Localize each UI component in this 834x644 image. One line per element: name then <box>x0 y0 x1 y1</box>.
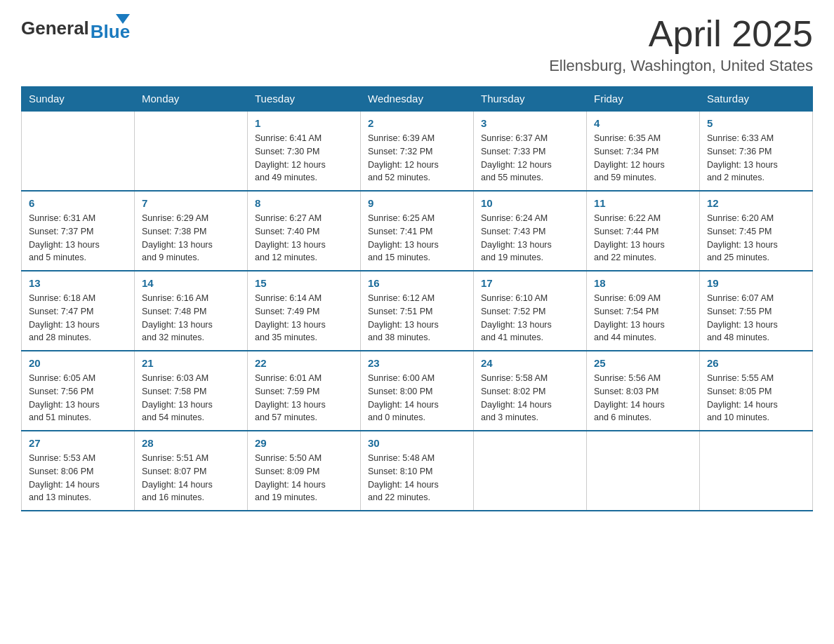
day-info: Sunrise: 6:37 AM Sunset: 7:33 PM Dayligh… <box>481 132 579 185</box>
weekday-header-monday: Monday <box>135 87 248 112</box>
day-info: Sunrise: 6:05 AM Sunset: 7:56 PM Dayligh… <box>29 372 127 424</box>
calendar-cell: 2Sunrise: 6:39 AM Sunset: 7:32 PM Daylig… <box>361 111 474 191</box>
day-info: Sunrise: 6:25 AM Sunset: 7:41 PM Dayligh… <box>368 212 466 264</box>
day-info: Sunrise: 6:33 AM Sunset: 7:36 PM Dayligh… <box>707 132 805 185</box>
day-number: 25 <box>594 357 692 369</box>
day-info: Sunrise: 6:22 AM Sunset: 7:44 PM Dayligh… <box>594 212 692 264</box>
calendar-cell: 13Sunrise: 6:18 AM Sunset: 7:47 PM Dayli… <box>22 271 135 351</box>
day-number: 24 <box>481 357 579 369</box>
day-number: 3 <box>481 117 579 129</box>
day-number: 27 <box>29 437 127 449</box>
day-number: 12 <box>707 197 805 209</box>
calendar-cell <box>22 111 135 191</box>
calendar-cell: 27Sunrise: 5:53 AM Sunset: 8:06 PM Dayli… <box>22 431 135 511</box>
calendar-cell: 23Sunrise: 6:00 AM Sunset: 8:00 PM Dayli… <box>361 351 474 431</box>
day-number: 5 <box>707 117 805 129</box>
day-number: 16 <box>368 277 466 289</box>
calendar-cell: 19Sunrise: 6:07 AM Sunset: 7:55 PM Dayli… <box>700 271 813 351</box>
day-number: 7 <box>142 197 240 209</box>
logo: General Blue <box>21 14 130 43</box>
title-section: April 2025 Ellensburg, Washington, Unite… <box>549 14 813 75</box>
day-info: Sunrise: 5:50 AM Sunset: 8:09 PM Dayligh… <box>255 452 353 504</box>
day-number: 18 <box>594 277 692 289</box>
calendar-cell: 29Sunrise: 5:50 AM Sunset: 8:09 PM Dayli… <box>248 431 361 511</box>
weekday-header-saturday: Saturday <box>700 87 813 112</box>
day-number: 29 <box>255 437 353 449</box>
weekday-header-tuesday: Tuesday <box>248 87 361 112</box>
day-number: 26 <box>707 357 805 369</box>
calendar-week-row: 13Sunrise: 6:18 AM Sunset: 7:47 PM Dayli… <box>22 271 813 351</box>
day-number: 1 <box>255 117 353 129</box>
calendar-cell: 9Sunrise: 6:25 AM Sunset: 7:41 PM Daylig… <box>361 191 474 271</box>
day-info: Sunrise: 6:03 AM Sunset: 7:58 PM Dayligh… <box>142 372 240 424</box>
day-number: 4 <box>594 117 692 129</box>
day-info: Sunrise: 5:48 AM Sunset: 8:10 PM Dayligh… <box>368 452 466 504</box>
calendar-header-row: SundayMondayTuesdayWednesdayThursdayFrid… <box>22 87 813 112</box>
logo-blue-part: Blue <box>91 14 130 43</box>
day-info: Sunrise: 6:18 AM Sunset: 7:47 PM Dayligh… <box>29 292 127 344</box>
day-info: Sunrise: 6:01 AM Sunset: 7:59 PM Dayligh… <box>255 372 353 424</box>
calendar-cell <box>135 111 248 191</box>
calendar-cell: 4Sunrise: 6:35 AM Sunset: 7:34 PM Daylig… <box>587 111 700 191</box>
day-info: Sunrise: 6:24 AM Sunset: 7:43 PM Dayligh… <box>481 212 579 264</box>
day-info: Sunrise: 6:39 AM Sunset: 7:32 PM Dayligh… <box>368 132 466 185</box>
calendar-cell: 22Sunrise: 6:01 AM Sunset: 7:59 PM Dayli… <box>248 351 361 431</box>
day-number: 23 <box>368 357 466 369</box>
calendar-table: SundayMondayTuesdayWednesdayThursdayFrid… <box>21 86 813 511</box>
calendar-cell: 17Sunrise: 6:10 AM Sunset: 7:52 PM Dayli… <box>474 271 587 351</box>
day-info: Sunrise: 5:55 AM Sunset: 8:05 PM Dayligh… <box>707 372 805 424</box>
calendar-cell: 20Sunrise: 6:05 AM Sunset: 7:56 PM Dayli… <box>22 351 135 431</box>
calendar-cell: 30Sunrise: 5:48 AM Sunset: 8:10 PM Dayli… <box>361 431 474 511</box>
calendar-cell: 1Sunrise: 6:41 AM Sunset: 7:30 PM Daylig… <box>248 111 361 191</box>
calendar-cell: 5Sunrise: 6:33 AM Sunset: 7:36 PM Daylig… <box>700 111 813 191</box>
day-info: Sunrise: 6:29 AM Sunset: 7:38 PM Dayligh… <box>142 212 240 264</box>
day-info: Sunrise: 6:09 AM Sunset: 7:54 PM Dayligh… <box>594 292 692 344</box>
day-number: 10 <box>481 197 579 209</box>
weekday-header-friday: Friday <box>587 87 700 112</box>
day-info: Sunrise: 6:07 AM Sunset: 7:55 PM Dayligh… <box>707 292 805 344</box>
day-number: 11 <box>594 197 692 209</box>
calendar-cell: 12Sunrise: 6:20 AM Sunset: 7:45 PM Dayli… <box>700 191 813 271</box>
day-number: 19 <box>707 277 805 289</box>
calendar-cell: 16Sunrise: 6:12 AM Sunset: 7:51 PM Dayli… <box>361 271 474 351</box>
day-number: 2 <box>368 117 466 129</box>
page-header: General Blue April 2025 Ellensburg, Wash… <box>21 14 813 75</box>
weekday-header-thursday: Thursday <box>474 87 587 112</box>
day-number: 13 <box>29 277 127 289</box>
calendar-week-row: 1Sunrise: 6:41 AM Sunset: 7:30 PM Daylig… <box>22 111 813 191</box>
day-number: 15 <box>255 277 353 289</box>
day-number: 9 <box>368 197 466 209</box>
day-info: Sunrise: 6:27 AM Sunset: 7:40 PM Dayligh… <box>255 212 353 264</box>
calendar-cell: 10Sunrise: 6:24 AM Sunset: 7:43 PM Dayli… <box>474 191 587 271</box>
day-info: Sunrise: 6:00 AM Sunset: 8:00 PM Dayligh… <box>368 372 466 424</box>
calendar-cell: 21Sunrise: 6:03 AM Sunset: 7:58 PM Dayli… <box>135 351 248 431</box>
logo-blue-text: Blue <box>91 21 130 43</box>
day-info: Sunrise: 6:20 AM Sunset: 7:45 PM Dayligh… <box>707 212 805 264</box>
calendar-cell: 7Sunrise: 6:29 AM Sunset: 7:38 PM Daylig… <box>135 191 248 271</box>
calendar-week-row: 6Sunrise: 6:31 AM Sunset: 7:37 PM Daylig… <box>22 191 813 271</box>
day-number: 8 <box>255 197 353 209</box>
day-number: 28 <box>142 437 240 449</box>
day-number: 30 <box>368 437 466 449</box>
day-info: Sunrise: 6:14 AM Sunset: 7:49 PM Dayligh… <box>255 292 353 344</box>
calendar-cell: 15Sunrise: 6:14 AM Sunset: 7:49 PM Dayli… <box>248 271 361 351</box>
day-number: 6 <box>29 197 127 209</box>
day-info: Sunrise: 5:58 AM Sunset: 8:02 PM Dayligh… <box>481 372 579 424</box>
day-info: Sunrise: 6:31 AM Sunset: 7:37 PM Dayligh… <box>29 212 127 264</box>
weekday-header-sunday: Sunday <box>22 87 135 112</box>
day-info: Sunrise: 5:53 AM Sunset: 8:06 PM Dayligh… <box>29 452 127 504</box>
calendar-cell: 8Sunrise: 6:27 AM Sunset: 7:40 PM Daylig… <box>248 191 361 271</box>
day-info: Sunrise: 6:16 AM Sunset: 7:48 PM Dayligh… <box>142 292 240 344</box>
day-info: Sunrise: 6:41 AM Sunset: 7:30 PM Dayligh… <box>255 132 353 185</box>
day-info: Sunrise: 6:35 AM Sunset: 7:34 PM Dayligh… <box>594 132 692 185</box>
calendar-cell <box>587 431 700 511</box>
calendar-cell <box>700 431 813 511</box>
day-info: Sunrise: 5:51 AM Sunset: 8:07 PM Dayligh… <box>142 452 240 504</box>
logo-general-text: General <box>21 18 89 39</box>
calendar-cell: 18Sunrise: 6:09 AM Sunset: 7:54 PM Dayli… <box>587 271 700 351</box>
day-number: 20 <box>29 357 127 369</box>
day-number: 14 <box>142 277 240 289</box>
day-number: 17 <box>481 277 579 289</box>
day-number: 22 <box>255 357 353 369</box>
month-title: April 2025 <box>549 14 813 54</box>
